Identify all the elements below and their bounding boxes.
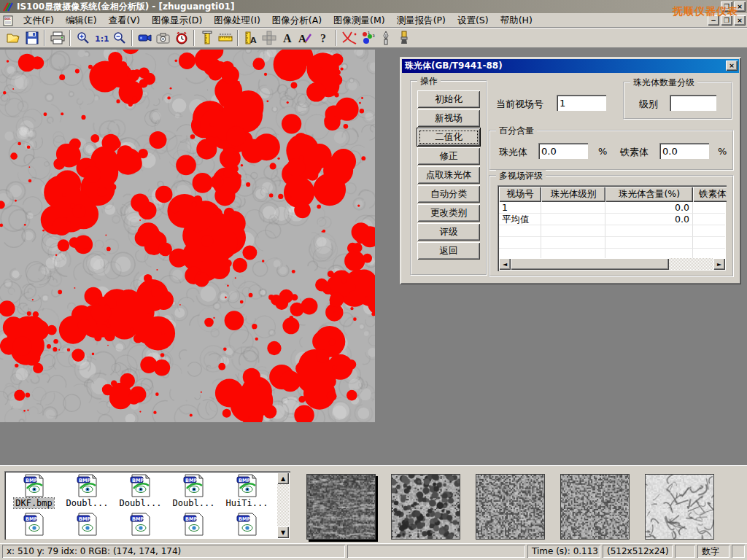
change-class-button[interactable]: 更改类别 bbox=[417, 204, 480, 222]
grade-input[interactable] bbox=[670, 95, 716, 111]
status-position: x: 510 y: 79 idx: 0 RGB: (174, 174, 174) bbox=[2, 545, 345, 558]
menu-view[interactable]: 查看(V) bbox=[103, 13, 146, 28]
operations-group-label: 操作 bbox=[417, 75, 441, 88]
col-ferrite-content[interactable]: 铁素体含量(%) bbox=[693, 187, 727, 202]
grade-group-label: 珠光体数量分级 bbox=[630, 77, 697, 89]
file-item[interactable]: BMP Doubl... bbox=[114, 474, 167, 508]
caliper-text-icon[interactable]: A bbox=[241, 29, 260, 47]
menu-measure-report[interactable]: 测量报告(P) bbox=[391, 13, 452, 28]
scroll-up-icon[interactable]: ▲ bbox=[277, 472, 289, 484]
file-item[interactable]: BMP HuiTi... bbox=[220, 474, 274, 508]
video-camera-icon[interactable] bbox=[136, 29, 154, 47]
dialog-title-bar[interactable]: 珠光体(GB/T9441-88) × bbox=[402, 59, 739, 73]
vertical-caliper-icon[interactable] bbox=[198, 29, 216, 47]
window-title: IS100显微摄像系统(金相分析版) - [zhuguangti01] bbox=[17, 1, 234, 13]
correct-button[interactable]: 修正 bbox=[417, 147, 480, 165]
scroll-track[interactable] bbox=[511, 258, 713, 270]
scroll-right-icon[interactable]: ► bbox=[713, 258, 725, 270]
toolbar-separator bbox=[69, 30, 71, 46]
status-blank bbox=[675, 545, 695, 558]
new-field-button[interactable]: 新视场 bbox=[417, 109, 480, 127]
capture-camera-icon[interactable] bbox=[154, 29, 172, 47]
init-button[interactable]: 初始化 bbox=[417, 90, 480, 108]
grid-cross-icon[interactable] bbox=[260, 29, 278, 47]
svg-text:?: ? bbox=[320, 32, 326, 44]
table-row[interactable]: 1 0.0 bbox=[499, 202, 725, 214]
save-icon[interactable] bbox=[23, 29, 41, 47]
table-row-empty bbox=[499, 225, 725, 237]
pen-hand-icon[interactable] bbox=[376, 29, 395, 47]
thumbnail-5[interactable] bbox=[645, 474, 714, 540]
svg-text:1:1: 1:1 bbox=[95, 34, 109, 44]
rate-button[interactable]: 评级 bbox=[417, 223, 480, 241]
pearlite-unit: % bbox=[598, 146, 607, 157]
file-item[interactable]: BMP bbox=[114, 513, 167, 536]
dialog-close-button[interactable]: × bbox=[726, 61, 738, 71]
toolbar-separator bbox=[336, 30, 337, 46]
document-icon[interactable]: DOC bbox=[3, 15, 15, 26]
bmp-file-icon: BMP bbox=[236, 513, 259, 536]
toolbar-separator bbox=[237, 30, 239, 46]
file-item[interactable]: BMP bbox=[7, 513, 61, 536]
binarize-button[interactable]: 二值化 bbox=[417, 128, 480, 146]
zoom-out-icon[interactable] bbox=[110, 29, 128, 47]
thumbnail-1[interactable] bbox=[306, 474, 376, 540]
scroll-down-icon[interactable]: ▼ bbox=[277, 526, 289, 538]
menu-help[interactable]: 帮助(H) bbox=[495, 13, 538, 28]
thumbnail-3[interactable] bbox=[476, 474, 545, 540]
svg-text:BMP: BMP bbox=[239, 478, 250, 483]
text-a-icon[interactable]: A bbox=[278, 29, 296, 47]
toolbar-separator bbox=[193, 30, 195, 46]
thumbnail-2[interactable] bbox=[391, 474, 460, 540]
file-item[interactable]: BMP DKF.bmp bbox=[7, 474, 61, 508]
color-classify-icon[interactable]: 13 bbox=[358, 29, 376, 47]
file-item[interactable]: BMP Doubl... bbox=[167, 474, 220, 508]
return-button[interactable]: 返回 bbox=[417, 242, 480, 260]
file-list-scrollbar[interactable]: ▲ ▼ bbox=[277, 472, 289, 538]
col-field-no[interactable]: 视场号 bbox=[499, 187, 541, 202]
micrograph-image[interactable] bbox=[0, 50, 375, 422]
zoom-in-icon[interactable] bbox=[74, 29, 92, 47]
pearlite-input[interactable] bbox=[538, 143, 588, 159]
file-item[interactable]: BMP bbox=[167, 513, 220, 536]
cell bbox=[693, 202, 725, 214]
menu-settings[interactable]: 设置(S) bbox=[452, 13, 495, 28]
menu-image-analysis[interactable]: 图像分析(A) bbox=[266, 13, 328, 28]
timer-clock-icon[interactable] bbox=[172, 29, 190, 47]
col-pearlite-content[interactable]: 珠光体含量(%) bbox=[605, 187, 693, 202]
scroll-thumb[interactable] bbox=[511, 258, 669, 270]
bmp-file-icon: BMP bbox=[23, 474, 46, 497]
text-style-icon[interactable]: A bbox=[296, 29, 314, 47]
actual-size-icon[interactable]: 1:1 bbox=[92, 29, 110, 47]
menu-image-measure[interactable]: 图像测量(M) bbox=[328, 13, 391, 28]
current-field-input[interactable] bbox=[557, 95, 606, 111]
file-item[interactable]: BMP bbox=[61, 513, 114, 536]
table-row[interactable]: 平均值 0.0 bbox=[499, 214, 725, 225]
svg-text:BMP: BMP bbox=[26, 478, 37, 483]
table-horizontal-scrollbar[interactable]: ◄ ► bbox=[499, 258, 725, 270]
status-end bbox=[732, 545, 745, 558]
help-icon[interactable]: ? bbox=[314, 29, 333, 47]
col-pearlite-grade[interactable]: 珠光体级别 bbox=[541, 187, 605, 202]
file-item[interactable]: BMP Doubl... bbox=[61, 474, 114, 508]
menu-image-process[interactable]: 图像处理(I) bbox=[208, 13, 266, 28]
menu-file[interactable]: 文件(F) bbox=[18, 13, 60, 28]
menu-edit[interactable]: 编辑(E) bbox=[60, 13, 103, 28]
pearlite-dialog: 珠光体(GB/T9441-88) × 操作 初始化 新视场 二值化 修正 点取珠… bbox=[400, 57, 741, 284]
pick-pearlite-button[interactable]: 点取珠光体 bbox=[417, 166, 480, 184]
file-item[interactable]: BMP bbox=[220, 513, 274, 536]
svg-text:A: A bbox=[283, 32, 292, 44]
cell bbox=[541, 214, 605, 225]
brush-icon[interactable] bbox=[395, 29, 413, 47]
horizontal-ruler-icon[interactable] bbox=[216, 29, 234, 47]
menu-image-display[interactable]: 图像显示(D) bbox=[146, 13, 208, 28]
toolbar-separator bbox=[44, 30, 45, 46]
ferrite-label: 铁素体 bbox=[620, 146, 649, 159]
red-curve-icon[interactable] bbox=[340, 29, 358, 47]
ferrite-input[interactable] bbox=[659, 143, 709, 159]
scroll-left-icon[interactable]: ◄ bbox=[499, 258, 511, 270]
auto-classify-button[interactable]: 自动分类 bbox=[417, 185, 480, 203]
print-icon[interactable] bbox=[48, 29, 66, 47]
thumbnail-4[interactable] bbox=[560, 474, 630, 540]
open-folder-icon[interactable] bbox=[4, 29, 23, 47]
